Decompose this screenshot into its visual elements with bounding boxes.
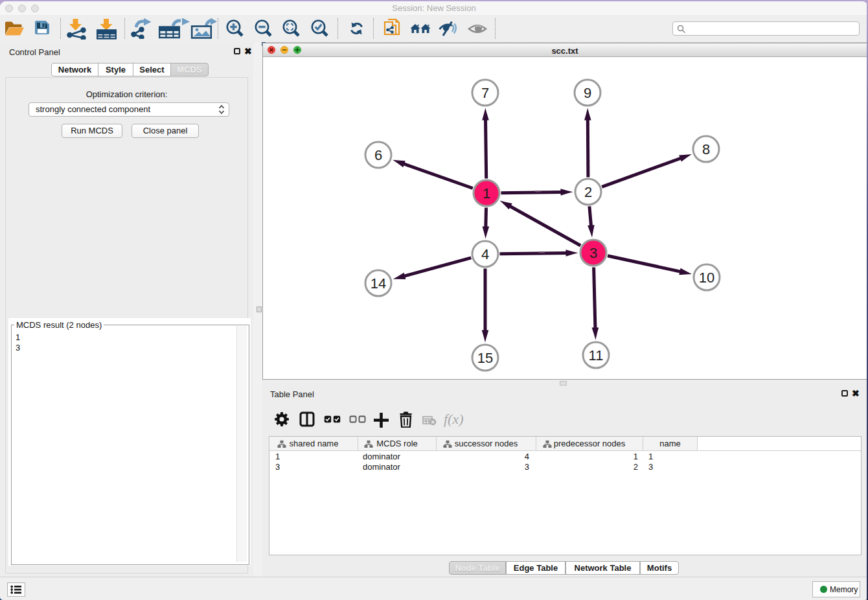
svg-text:1: 1 (483, 185, 490, 202)
svg-text:2: 2 (584, 184, 592, 200)
svg-text:3: 3 (589, 245, 597, 261)
svg-text:7: 7 (481, 85, 489, 101)
svg-text:15: 15 (477, 350, 493, 366)
svg-text:11: 11 (589, 347, 604, 363)
svg-text:4: 4 (481, 246, 489, 262)
svg-text:6: 6 (374, 147, 382, 163)
svg-text:10: 10 (699, 270, 714, 286)
svg-text:8: 8 (702, 141, 710, 157)
svg-text:9: 9 (584, 85, 591, 101)
svg-text:14: 14 (371, 275, 386, 292)
